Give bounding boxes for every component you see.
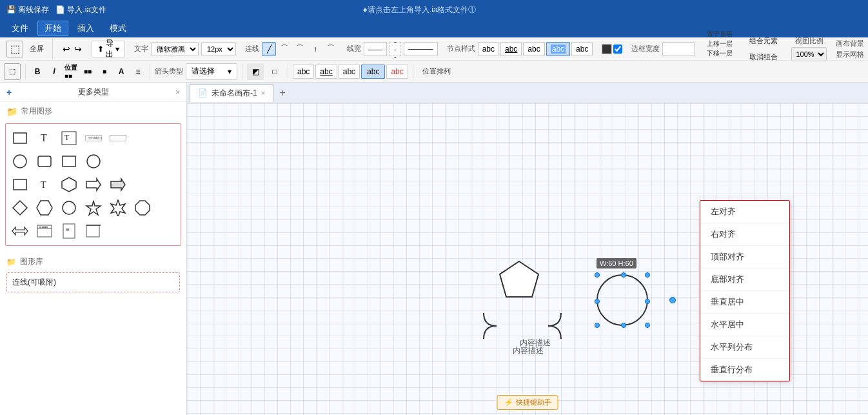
canvas-shape-circle[interactable] — [597, 274, 648, 326]
text-normal-button[interactable]: abc — [293, 65, 314, 79]
align-vcenter-item[interactable]: 垂直居中 — [700, 291, 789, 314]
text-red-button[interactable]: abc — [386, 65, 408, 79]
handle-left[interactable] — [595, 299, 600, 304]
fullscreen-button[interactable]: 全屏 — [25, 41, 48, 56]
text-align-left-button[interactable]: ≡ — [131, 65, 145, 79]
shape-diamond[interactable] — [8, 196, 32, 219]
align-vdistribute-item[interactable]: 垂直行分布 — [700, 359, 789, 381]
shape-bracket-group1[interactable]: 连接线名 示意文字 — [82, 127, 105, 150]
border-width-input[interactable] — [662, 42, 695, 56]
layer-up-button[interactable]: 上移一层 — [704, 39, 736, 48]
export-button[interactable]: ⬆ 导出 ▾ — [92, 41, 125, 57]
handle-top-right[interactable] — [645, 272, 650, 278]
font-family-select[interactable]: 微软雅黑 — [151, 42, 199, 56]
layer-top-button[interactable]: 置于顶层 — [704, 30, 736, 39]
shape-circle-outline[interactable] — [8, 150, 32, 173]
align-hdistribute-item[interactable]: 水平列分布 — [700, 336, 789, 359]
position-button[interactable]: 位置 ■■ — [64, 65, 78, 79]
tab-add-button[interactable]: + — [275, 85, 290, 101]
handle-bottom-right[interactable] — [645, 323, 650, 328]
shape-label[interactable] — [82, 219, 105, 243]
shape-rect[interactable] — [8, 127, 32, 150]
shape-rounded-rect[interactable] — [33, 150, 56, 173]
shape-rect2[interactable] — [57, 150, 81, 173]
shape-card2[interactable]: ≡ — [57, 219, 81, 243]
align-hcenter-item[interactable]: 水平居中 — [700, 314, 789, 336]
menu-file[interactable]: 文件 — [5, 21, 35, 35]
line-color-swatch[interactable] — [602, 44, 612, 54]
line-solid-button[interactable]: —— — [364, 42, 387, 56]
handle-top-left[interactable] — [595, 272, 600, 278]
align-left-item[interactable]: 左对齐 — [700, 201, 789, 223]
canvas-area[interactable]: 内容描述 内容描述 W:60 H:60 — [187, 103, 868, 415]
canvas-connection-dot[interactable] — [669, 297, 676, 303]
quick-help-button[interactable]: ⚡ 快捷键助手 — [497, 395, 558, 410]
abc-style1-button[interactable]: abc — [478, 42, 499, 56]
group-button[interactable]: 组合元素 — [745, 34, 782, 48]
conn-curve3-button[interactable]: ↑ — [308, 42, 322, 56]
canvas-shape-bracket[interactable]: 内容描述 — [477, 310, 567, 349]
library-title[interactable]: 📁 图形库 — [6, 254, 180, 270]
shape-text2[interactable]: T — [33, 173, 56, 196]
abc-style2-button[interactable]: abc — [500, 42, 522, 56]
align-button[interactable]: ■ — [97, 65, 112, 79]
shape-arrows-lr[interactable] — [8, 219, 32, 243]
shape-text[interactable]: T — [33, 127, 56, 150]
import-button[interactable]: 📄 导入.ia文件 — [55, 5, 106, 15]
undo-button[interactable]: ↩ — [62, 41, 71, 57]
shape-rect3[interactable] — [8, 173, 32, 196]
abc-style5-button[interactable]: abc — [571, 42, 593, 56]
text-outline-button[interactable]: abc — [339, 65, 360, 79]
position-align-button[interactable]: 位置排列 — [418, 64, 455, 79]
text-underline-button[interactable]: abc — [315, 65, 337, 79]
shape-star4[interactable] — [82, 196, 105, 219]
shape-card[interactable]: ■ ■■■■ — [33, 219, 56, 243]
shape-arrow-right[interactable] — [82, 173, 105, 196]
menu-mode[interactable]: 模式 — [103, 21, 133, 35]
add-type-button[interactable]: + — [6, 87, 12, 97]
toolbar-placeholder-icon[interactable]: ⬚ — [4, 63, 21, 80]
bold-button[interactable]: B — [30, 65, 44, 79]
layer-down-button[interactable]: 下移一层 — [704, 49, 736, 58]
redo-button[interactable]: ↪ — [74, 41, 83, 57]
conn-straight-button[interactable]: ╱ — [262, 42, 276, 56]
conn-curve1-button[interactable]: ⌒ — [277, 42, 291, 56]
tab-canvas1[interactable]: 📄 未命名画布-1 × — [190, 84, 273, 102]
shape-octagon[interactable] — [131, 196, 154, 219]
shape-circle2[interactable] — [82, 150, 105, 173]
handle-right[interactable] — [645, 299, 650, 304]
handle-bottom-left[interactable] — [595, 323, 600, 328]
select-tool-button[interactable]: ⬚ — [6, 41, 23, 57]
align-right-item[interactable]: 右对齐 — [700, 223, 789, 246]
conn-curve4-button[interactable]: ⌒ — [324, 42, 338, 56]
fill-color-button[interactable]: ◩ — [247, 63, 264, 80]
shape-star6[interactable] — [106, 196, 130, 219]
line-dotted-button[interactable]: ───── — [404, 42, 438, 56]
common-shapes-section[interactable]: 📁 常用图形 — [0, 102, 186, 121]
line-dashed-button[interactable]: - - - — [390, 42, 401, 56]
shape-hexagon2[interactable] — [33, 196, 56, 219]
shape-hexagon[interactable] — [57, 173, 81, 196]
connector-library-item[interactable]: 连线(可吸附) — [6, 272, 180, 292]
color-checkbox[interactable] — [613, 45, 622, 54]
tab-close-button[interactable]: × — [261, 89, 265, 97]
ungroup-button[interactable]: 取消组合 — [745, 50, 782, 65]
align-bottom-item[interactable]: 底部对齐 — [700, 268, 789, 291]
italic-button[interactable]: I — [47, 65, 61, 79]
font-size-select[interactable]: 12px — [201, 42, 236, 56]
abc-style3-button[interactable]: abc — [523, 42, 544, 56]
shape-text-frame[interactable]: T — [57, 127, 81, 150]
view-ratio-select[interactable]: 100% 50% 150% 200% — [791, 47, 827, 61]
arrow-type-select[interactable]: 请选择 ▾ — [186, 63, 237, 80]
menu-start[interactable]: 开始 — [37, 21, 68, 36]
save-button[interactable]: 💾 离线保存 — [6, 5, 49, 15]
shape-bracket-group2[interactable] — [106, 127, 130, 150]
handle-bottom[interactable] — [621, 323, 626, 328]
strikethrough-button[interactable]: ■■ — [81, 65, 95, 79]
conn-curve2-button[interactable]: ⌒ — [293, 42, 307, 56]
shape-arrow-right2[interactable] — [106, 173, 130, 196]
menu-insert[interactable]: 插入 — [71, 21, 101, 35]
handle-top[interactable] — [621, 272, 626, 278]
shape-circle3[interactable] — [57, 196, 81, 219]
panel-close-button[interactable]: × — [175, 88, 180, 97]
